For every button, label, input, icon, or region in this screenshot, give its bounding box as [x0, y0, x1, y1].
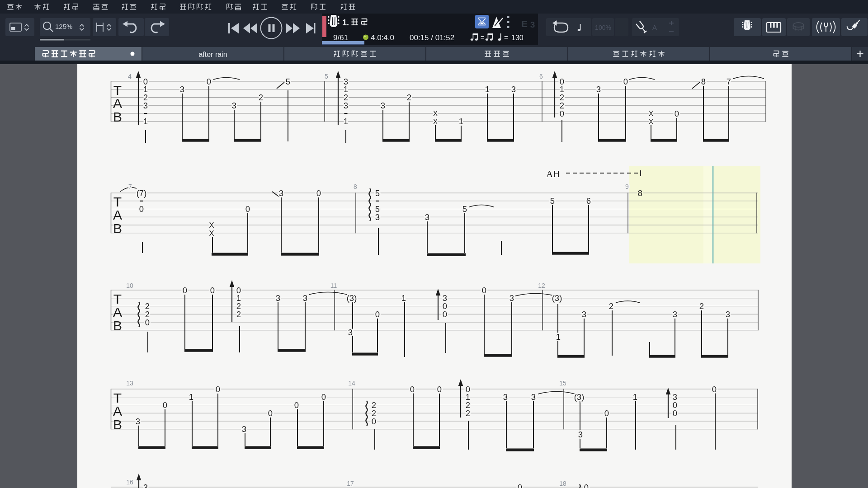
- svg-text:15: 15: [559, 380, 566, 387]
- svg-text:3: 3: [582, 310, 586, 319]
- svg-text:0: 0: [139, 204, 144, 214]
- svg-text:9: 9: [625, 183, 629, 190]
- svg-text:0: 0: [584, 483, 589, 488]
- svg-text:6: 6: [586, 196, 591, 206]
- svg-text:4: 4: [128, 73, 132, 80]
- svg-text:12: 12: [538, 282, 545, 289]
- svg-text:100%: 100%: [595, 24, 611, 31]
- svg-text:3: 3: [348, 328, 353, 337]
- svg-text:3: 3: [726, 310, 730, 319]
- svg-text:6: 6: [539, 73, 543, 80]
- svg-text:0: 0: [245, 204, 250, 214]
- svg-text:1: 1: [189, 392, 193, 402]
- svg-text:3: 3: [530, 20, 535, 29]
- svg-text:A: A: [113, 404, 122, 418]
- svg-text:8: 8: [638, 188, 642, 198]
- svg-text:(3): (3): [552, 293, 562, 303]
- svg-text:3: 3: [375, 212, 380, 222]
- svg-text:E: E: [521, 19, 528, 29]
- svg-text:A: A: [652, 23, 657, 31]
- svg-text:1: 1: [633, 392, 637, 402]
- svg-text:16: 16: [126, 479, 133, 486]
- svg-text:T: T: [113, 390, 122, 405]
- svg-text:X: X: [648, 109, 653, 117]
- svg-text:0: 0: [675, 109, 679, 118]
- svg-text:7: 7: [128, 183, 132, 190]
- svg-text:1.: 1.: [342, 18, 349, 27]
- svg-text:3: 3: [509, 293, 514, 303]
- svg-text:A: A: [113, 305, 122, 319]
- svg-text:5: 5: [550, 196, 555, 206]
- svg-text:3: 3: [232, 101, 236, 110]
- svg-text:2: 2: [236, 310, 241, 319]
- svg-text:18: 18: [559, 480, 566, 487]
- svg-text:130: 130: [511, 34, 524, 42]
- svg-text:A: A: [113, 96, 122, 111]
- svg-text:0: 0: [604, 408, 609, 418]
- svg-text:3: 3: [143, 483, 148, 488]
- svg-text:1: 1: [401, 293, 406, 303]
- svg-text:0: 0: [316, 188, 321, 198]
- svg-text:B: B: [113, 221, 122, 236]
- svg-text:0: 0: [268, 408, 273, 418]
- svg-text:0: 0: [163, 400, 167, 410]
- svg-text:after rain: after rain: [198, 51, 227, 58]
- svg-text:5: 5: [325, 73, 328, 80]
- svg-text:0: 0: [216, 385, 220, 394]
- svg-text:9/61: 9/61: [333, 33, 348, 42]
- svg-text:0: 0: [372, 417, 376, 426]
- svg-text:3: 3: [279, 188, 283, 198]
- svg-text:B: B: [113, 318, 122, 333]
- svg-text:11: 11: [330, 282, 337, 289]
- svg-text:3: 3: [578, 430, 583, 439]
- svg-text:2: 2: [259, 93, 263, 102]
- svg-text:3: 3: [180, 84, 184, 94]
- svg-text:2: 2: [699, 301, 704, 311]
- svg-text:0: 0: [294, 400, 299, 410]
- svg-text:2: 2: [407, 93, 411, 102]
- svg-text:14: 14: [348, 380, 355, 387]
- svg-text:A: A: [113, 207, 122, 222]
- svg-text:3: 3: [143, 101, 148, 110]
- svg-text:0: 0: [410, 385, 415, 394]
- svg-text:3: 3: [511, 84, 516, 94]
- svg-text:2: 2: [609, 301, 613, 311]
- svg-text:X: X: [648, 117, 653, 126]
- svg-text:3: 3: [136, 417, 140, 426]
- svg-text:2: 2: [466, 408, 470, 418]
- svg-text:B: B: [113, 109, 122, 124]
- svg-text:X: X: [433, 109, 438, 117]
- svg-text:0: 0: [560, 109, 564, 118]
- svg-text:=: =: [481, 33, 485, 41]
- svg-text:1: 1: [459, 117, 463, 126]
- svg-text:10: 10: [126, 282, 133, 289]
- svg-text:X: X: [209, 221, 214, 229]
- svg-text:17: 17: [347, 480, 354, 487]
- svg-text:8: 8: [701, 77, 706, 86]
- svg-text:(7): (7): [137, 188, 147, 198]
- svg-text:3: 3: [381, 101, 385, 110]
- svg-text:3: 3: [673, 310, 677, 319]
- svg-text:3: 3: [503, 392, 508, 402]
- svg-text:0: 0: [673, 408, 677, 418]
- svg-text:8: 8: [354, 183, 357, 190]
- svg-text:0: 0: [623, 77, 628, 86]
- svg-text:(3): (3): [574, 392, 585, 402]
- svg-text:X: X: [209, 229, 214, 237]
- svg-text:AH: AH: [546, 169, 560, 179]
- svg-text:125%: 125%: [55, 23, 72, 30]
- svg-text:4.0:4.0: 4.0:4.0: [371, 33, 394, 42]
- svg-text:1: 1: [556, 332, 561, 342]
- svg-text:0: 0: [437, 385, 442, 394]
- svg-text:3: 3: [425, 212, 429, 222]
- svg-text:5: 5: [462, 204, 467, 214]
- svg-text:0: 0: [518, 483, 522, 488]
- svg-text:T: T: [113, 194, 122, 209]
- svg-text:0: 0: [207, 77, 211, 86]
- svg-text:B: B: [113, 417, 122, 432]
- svg-text:3: 3: [531, 392, 536, 402]
- svg-text:(3): (3): [347, 293, 357, 303]
- svg-text:0: 0: [183, 286, 187, 295]
- svg-text:0: 0: [321, 392, 326, 402]
- svg-text:0: 0: [712, 385, 717, 394]
